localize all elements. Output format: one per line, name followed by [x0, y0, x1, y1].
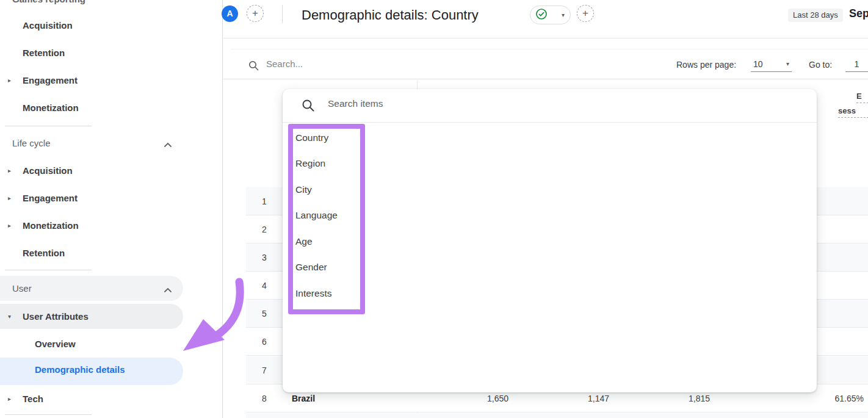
dropdown-search-input[interactable] — [328, 98, 572, 109]
rows-per-page-select[interactable]: 10 ▾ — [751, 56, 792, 72]
table-row-partial — [246, 413, 868, 418]
annotation-highlight-box — [288, 124, 365, 314]
date-range-badge[interactable]: Last 28 days — [788, 9, 843, 22]
sidebar-item-engagement-games[interactable]: Engagement — [23, 73, 78, 88]
sidebar-divider — [5, 126, 92, 126]
report-status-button[interactable]: ▾ — [530, 5, 571, 24]
check-circle-icon — [535, 8, 548, 23]
row-number: 1 — [246, 187, 283, 215]
column-header-sessions[interactable]: sess — [838, 105, 868, 118]
expand-arrow-icon[interactable]: ▸ — [8, 218, 16, 233]
account-avatar[interactable]: A — [222, 5, 238, 22]
collapse-chevron-icon[interactable] — [164, 284, 172, 295]
header-divider — [282, 5, 283, 23]
sidebar-divider — [5, 270, 92, 270]
sidebar-header-user: User — [12, 281, 32, 296]
collapse-chevron-icon[interactable] — [164, 139, 172, 150]
add-report-button[interactable]: + — [577, 5, 594, 22]
row-number: 4 — [246, 272, 283, 300]
sidebar-divider — [5, 414, 92, 415]
date-range-dates[interactable]: Sep — [849, 7, 868, 20]
sidebar-item-monetization[interactable]: Monetization — [23, 218, 79, 233]
column-header-engaged[interactable]: E — [856, 90, 868, 103]
chevron-down-icon: ▾ — [562, 12, 565, 18]
rows-per-page-value: 10 — [753, 59, 763, 69]
go-to-page-input[interactable]: 1 — [845, 56, 868, 72]
sidebar-item-acquisition-games[interactable]: Acquisition — [23, 18, 73, 33]
sidebar-item-retention[interactable]: Retention — [23, 246, 65, 261]
go-to-label: Go to: — [809, 60, 832, 70]
annotation-curved-arrow — [174, 272, 247, 360]
row-number: 5 — [246, 300, 283, 328]
search-icon — [302, 99, 315, 115]
page-title: Demographic details: Country — [302, 7, 479, 23]
row-number: 6 — [246, 328, 283, 356]
row-number: 2 — [246, 215, 283, 243]
sidebar-item-user-attributes[interactable]: User Attributes — [23, 309, 89, 324]
collapse-arrow-icon[interactable]: ▾ — [8, 309, 16, 324]
sidebar-item-tech[interactable]: Tech — [23, 392, 43, 406]
expand-arrow-icon[interactable]: ▸ — [8, 73, 16, 88]
sidebar-item-retention-games[interactable]: Retention — [23, 46, 65, 60]
dropdown-arrow-icon: ▾ — [786, 60, 789, 67]
table-search-input[interactable] — [266, 59, 449, 69]
add-comparison-button[interactable]: + — [247, 5, 264, 22]
sidebar-item-acquisition[interactable]: Acquisition — [23, 164, 73, 178]
sidebar-item-monetization-games[interactable]: Monetization — [23, 101, 79, 115]
sidebar-item-overview[interactable]: Overview — [35, 337, 76, 351]
expand-arrow-icon[interactable]: ▸ — [8, 191, 16, 206]
sidebar-item-engagement[interactable]: Engagement — [23, 191, 78, 206]
sidebar-section-games-reporting: Games reporting — [12, 0, 85, 4]
row-number: 3 — [246, 243, 283, 272]
dropdown-divider — [283, 122, 817, 123]
expand-arrow-icon[interactable]: ▸ — [8, 164, 16, 178]
row-number: 8 — [246, 384, 283, 413]
rows-per-page-label: Rows per page: — [676, 60, 736, 70]
sidebar-header-life-cycle: Life cycle — [12, 136, 51, 151]
sidebar-item-demographic-details[interactable]: Demographic details — [35, 364, 125, 375]
row-number: 7 — [246, 356, 283, 384]
expand-arrow-icon[interactable]: ▸ — [8, 392, 16, 406]
search-icon — [248, 60, 259, 73]
